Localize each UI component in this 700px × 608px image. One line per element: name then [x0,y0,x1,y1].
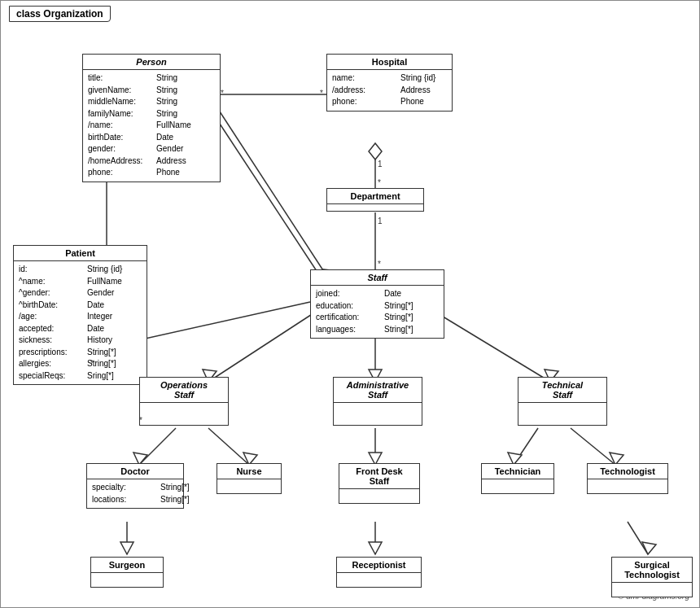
patient-class-attrs: id:String {id} ^name:FullName ^gender:Ge… [14,261,147,384]
front-desk-staff-class: Front DeskStaff [339,463,420,504]
technologist-class-name: Technologist [588,464,667,479]
svg-marker-24 [120,542,133,554]
person-class: Person title:String givenName:String mid… [82,54,221,182]
technical-staff-name: TechnicalStaff [518,378,606,403]
department-class-attrs [327,204,423,211]
surgeon-class-name: Surgeon [91,558,163,573]
mult-hospital-dept-star: * [378,178,381,187]
surgical-technologist-name: SurgicalTechnologist [612,558,692,583]
svg-marker-26 [369,542,382,554]
svg-line-15 [208,428,249,465]
technician-class: Technician [481,463,554,494]
mult-person-hospital-left: * [221,89,224,98]
technologist-class: Technologist [587,463,668,494]
nurse-class: Nurse [217,463,282,494]
nurse-class-name: Nurse [217,464,281,479]
operations-staff-name: OperationsStaff [140,378,228,403]
department-class: Department [326,188,424,212]
doctor-class-attrs: specialty:String[*] locations:String[*] [87,479,183,508]
person-class-attrs: title:String givenName:String middleName… [83,70,220,182]
svg-marker-2 [369,143,382,160]
mult-ops-star: * [139,416,142,425]
mult-person-hospital-right: * [320,89,323,98]
doctor-class: Doctor specialty:String[*] locations:Str… [86,463,184,509]
receptionist-class: Receptionist [336,557,422,588]
diagram-title: class Organization [9,6,111,22]
svg-line-27 [628,522,648,554]
svg-line-21 [571,428,615,465]
doctor-class-name: Doctor [87,464,183,479]
person-class-name: Person [83,55,220,70]
staff-class: Staff joined:Date education:String[*] ce… [310,269,444,339]
patient-class-name: Patient [14,246,147,261]
svg-line-30 [217,107,330,282]
hospital-class-name: Hospital [327,55,452,70]
administrative-staff-class: AdministrativeStaff [333,377,422,426]
surgeon-class: Surgeon [90,557,164,588]
surgical-technologist-class: SurgicalTechnologist [611,557,693,597]
svg-line-13 [139,428,176,465]
operations-staff-class: OperationsStaff [139,377,229,426]
receptionist-class-name: Receptionist [337,558,421,573]
patient-class: Patient id:String {id} ^name:FullName ^g… [13,245,147,385]
mult-hospital-dept-1: 1 [378,160,383,168]
staff-class-attrs: joined:Date education:String[*] certific… [311,286,444,338]
technician-class-name: Technician [482,464,553,479]
mult-patient-star: * [90,359,94,368]
mult-dept-staff-1: 1 [378,217,383,225]
svg-marker-28 [642,542,656,554]
staff-class-name: Staff [311,270,444,286]
uml-diagram: class Organization © uml-diagrams.org [0,0,700,608]
technical-staff-class: TechnicalStaff [518,377,607,426]
administrative-staff-name: AdministrativeStaff [334,378,422,403]
hospital-class-attrs: name:String {id} /address:Address phone:… [327,70,452,111]
svg-line-7 [208,310,318,382]
department-class-name: Department [327,189,423,204]
front-desk-staff-name: Front DeskStaff [339,464,419,489]
hospital-class: Hospital name:String {id} /address:Addre… [326,54,453,112]
svg-line-6 [217,119,318,273]
svg-line-19 [514,428,538,465]
svg-line-11 [432,310,550,382]
mult-dept-staff-star: * [378,260,381,269]
